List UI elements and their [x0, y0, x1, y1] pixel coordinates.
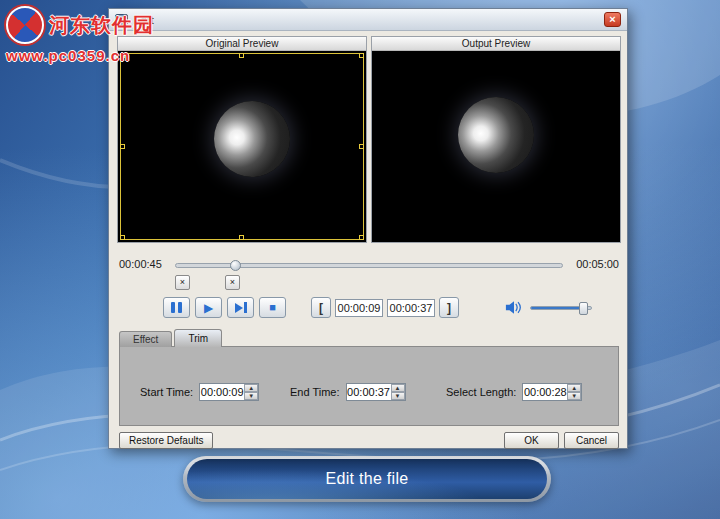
tab-effect[interactable]: Effect — [119, 331, 172, 347]
pause-icon — [171, 302, 182, 313]
trim-end-display[interactable]: 00:00:37 — [387, 299, 435, 317]
output-video — [372, 51, 620, 242]
close-button[interactable]: × — [604, 12, 621, 27]
banner-inner: Edit the file — [187, 459, 547, 499]
desktop: 河东软件园 www.pc0359.cn Edit × Original Prev… — [0, 0, 720, 519]
volume-controls — [505, 300, 592, 315]
cancel-button[interactable]: Cancel — [564, 432, 619, 449]
select-length-spinner[interactable]: 00:00:28 ▲ ▼ — [522, 383, 582, 401]
trim-panel: Start Time: 00:00:09 ▲ ▼ End Time: 00:00… — [119, 346, 619, 426]
crop-handle[interactable] — [359, 144, 364, 149]
trim-time-controls: [ 00:00:09 00:00:37 ] — [311, 297, 459, 318]
site-watermark-row: 河东软件园 — [6, 6, 154, 44]
pause-button[interactable] — [163, 297, 190, 318]
tab-bar: Effect Trim — [119, 329, 222, 347]
moon-image — [458, 97, 534, 173]
tab-effect-label: Effect — [133, 334, 158, 345]
dialog-titlebar[interactable]: Edit × — [109, 9, 627, 31]
start-time-value[interactable]: 00:00:09 — [200, 384, 244, 400]
total-time-label: 00:05:00 — [576, 258, 619, 270]
start-time-label: Start Time: — [140, 386, 193, 398]
spinner-up-icon[interactable]: ▲ — [567, 384, 581, 392]
crop-handle[interactable] — [239, 235, 244, 240]
edit-dialog: Edit × Original Preview — [108, 8, 628, 449]
original-preview-label: Original Preview — [118, 37, 366, 51]
spinner-down-icon[interactable]: ▼ — [567, 392, 581, 400]
set-end-button[interactable]: ] — [439, 297, 459, 318]
banner-text: Edit the file — [325, 470, 408, 488]
end-time-field-group: End Time: 00:00:37 ▲ ▼ — [290, 383, 406, 401]
end-time-spinner[interactable]: 00:00:37 ▲ ▼ — [346, 383, 406, 401]
play-icon: ▶ — [204, 302, 213, 314]
output-preview-panel: Output Preview — [371, 36, 621, 243]
stop-button[interactable]: ■ — [259, 297, 286, 318]
start-time-field-group: Start Time: 00:00:09 ▲ ▼ — [140, 383, 259, 401]
end-time-label: End Time: — [290, 386, 340, 398]
spinner-up-icon[interactable]: ▲ — [244, 384, 258, 392]
crop-handle[interactable] — [359, 235, 364, 240]
stop-icon: ■ — [269, 302, 276, 313]
crop-handle[interactable] — [239, 53, 244, 58]
site-name: 河东软件园 — [49, 12, 154, 39]
crop-handle[interactable] — [120, 235, 125, 240]
crop-handle[interactable] — [359, 53, 364, 58]
trim-end-marker[interactable]: × — [225, 275, 240, 290]
next-frame-button[interactable] — [227, 297, 254, 318]
ok-button[interactable]: OK — [504, 432, 559, 449]
banner: Edit the file — [183, 456, 551, 502]
controls-row: ▶ ■ [ 00:00:09 00:00:37 ] — [117, 297, 621, 321]
preview-area: Original Preview Output — [117, 36, 621, 243]
select-length-field-group: Select Length: 00:00:28 ▲ ▼ — [446, 383, 582, 401]
current-time-label: 00:00:45 — [119, 258, 162, 270]
tab-trim-label: Trim — [188, 333, 208, 344]
speaker-icon[interactable] — [505, 300, 523, 315]
spinner-down-icon[interactable]: ▼ — [391, 392, 405, 400]
select-length-spin-buttons: ▲ ▼ — [567, 384, 581, 400]
trim-markers-row: × × — [117, 275, 621, 293]
start-time-spinner[interactable]: 00:00:09 ▲ ▼ — [199, 383, 259, 401]
site-watermark: 河东软件园 www.pc0359.cn — [6, 6, 154, 64]
timeline-slider-thumb[interactable] — [230, 260, 241, 271]
volume-slider[interactable] — [530, 306, 592, 310]
original-video — [118, 51, 366, 242]
play-button[interactable]: ▶ — [195, 297, 222, 318]
crop-handle[interactable] — [120, 144, 125, 149]
restore-defaults-button[interactable]: Restore Defaults — [119, 432, 213, 449]
spinner-down-icon[interactable]: ▼ — [244, 392, 258, 400]
crop-selection[interactable] — [120, 53, 364, 240]
timeline-slider[interactable] — [175, 263, 563, 268]
end-time-spin-buttons: ▲ ▼ — [391, 384, 405, 400]
select-length-value[interactable]: 00:00:28 — [523, 384, 567, 400]
start-time-spin-buttons: ▲ ▼ — [244, 384, 258, 400]
trim-start-display[interactable]: 00:00:09 — [335, 299, 383, 317]
end-time-value[interactable]: 00:00:37 — [347, 384, 391, 400]
timeline-row: 00:00:45 00:05:00 — [117, 257, 621, 273]
select-length-label: Select Length: — [446, 386, 516, 398]
set-start-button[interactable]: [ — [311, 297, 331, 318]
volume-slider-thumb[interactable] — [579, 302, 588, 315]
original-preview-panel: Original Preview — [117, 36, 367, 243]
site-logo-icon — [6, 6, 44, 44]
output-preview-label: Output Preview — [372, 37, 620, 51]
next-frame-icon — [235, 302, 247, 313]
tab-trim[interactable]: Trim — [174, 329, 222, 347]
playback-controls: ▶ ■ — [163, 297, 286, 318]
trim-start-marker[interactable]: × — [175, 275, 190, 290]
volume-fill — [531, 307, 580, 309]
site-url: www.pc0359.cn — [6, 47, 154, 64]
spinner-up-icon[interactable]: ▲ — [391, 384, 405, 392]
